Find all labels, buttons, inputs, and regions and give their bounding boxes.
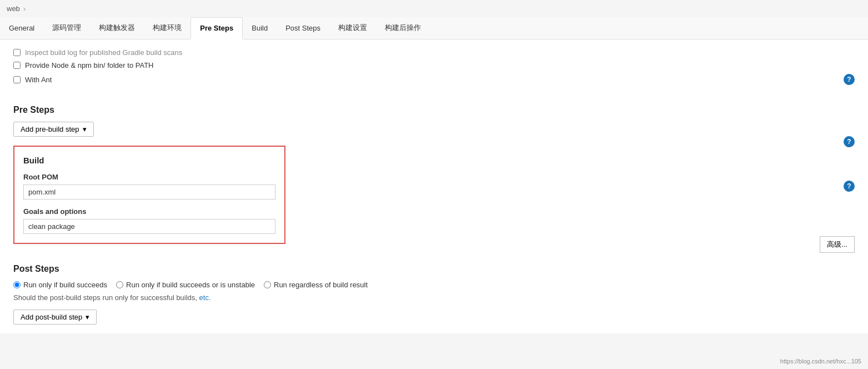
checkbox-node-npm-input[interactable] <box>13 62 21 69</box>
tab-source-management[interactable]: 源码管理 <box>43 17 90 39</box>
tab-build-settings[interactable]: 构建设置 <box>329 17 376 39</box>
checkbox-with-ant-input[interactable] <box>13 76 21 83</box>
add-post-build-step-button[interactable]: Add post-build step ▾ <box>13 310 97 325</box>
build-box: Build Root POM Goals and options <box>13 146 285 244</box>
checkbox-with-ant: With Ant ? <box>13 74 855 85</box>
pre-steps-title: Pre Steps <box>13 105 54 115</box>
add-pre-build-step-label: Add pre-build step <box>21 125 79 133</box>
tab-pre-steps[interactable]: Pre Steps <box>190 17 243 39</box>
radio-regardless-label: Run regardless of build result <box>274 281 368 289</box>
checkbox-gradle-scans: Inspect build log for published Gradle b… <box>13 48 855 57</box>
radio-build-succeeds-input[interactable] <box>13 281 21 288</box>
checkbox-with-ant-label: With Ant <box>25 76 52 84</box>
radio-build-succeeds-unstable[interactable]: Run only if build succeeds or is unstabl… <box>116 281 255 289</box>
breadcrumb: web › <box>0 0 868 17</box>
radio-regardless-input[interactable] <box>264 281 271 288</box>
tab-general[interactable]: General <box>0 17 43 39</box>
post-steps-radio-row: Run only if build succeeds Run only if b… <box>13 281 855 289</box>
main-container: General 源码管理 构建触发器 构建环境 Pre Steps Build … <box>0 17 868 333</box>
goals-input[interactable] <box>23 219 275 234</box>
radio-build-succeeds-unstable-label: Run only if build succeeds or is unstabl… <box>126 281 255 289</box>
post-steps-section: Post Steps Run only if build succeeds Ru… <box>13 264 855 325</box>
checkbox-node-npm-label: Provide Node & npm bin/ folder to PATH <box>25 61 153 69</box>
add-pre-build-step-arrow: ▾ <box>83 125 87 133</box>
add-post-build-step-label: Add post-build step <box>21 313 82 321</box>
advanced-btn-row: 高级... <box>13 236 855 253</box>
tab-post-build-actions[interactable]: 构建后操作 <box>376 17 430 39</box>
add-pre-build-step-button[interactable]: Add pre-build step ▾ <box>13 122 94 137</box>
checkbox-gradle-scans-input[interactable] <box>13 49 21 56</box>
post-steps-info: Should the post-build steps run only for… <box>13 293 855 302</box>
tab-build-triggers[interactable]: 构建触发器 <box>90 17 144 39</box>
breadcrumb-web[interactable]: web <box>7 4 20 13</box>
goals-help-icon[interactable]: ? <box>844 181 855 192</box>
goals-label: Goals and options <box>23 207 275 216</box>
root-pom-label: Root POM <box>23 173 275 181</box>
post-steps-info-link[interactable]: etc. <box>199 293 211 302</box>
post-steps-title: Post Steps <box>13 264 855 274</box>
radio-build-succeeds-unstable-input[interactable] <box>116 281 123 288</box>
checkbox-gradle-scans-label: Inspect build log for published Gradle b… <box>25 48 182 57</box>
breadcrumb-chevron: › <box>23 4 26 13</box>
radio-build-succeeds-label: Run only if build succeeds <box>23 281 107 289</box>
tab-post-steps[interactable]: Post Steps <box>277 17 329 39</box>
with-ant-help-icon[interactable]: ? <box>844 74 855 85</box>
radio-build-succeeds[interactable]: Run only if build succeeds <box>13 281 107 289</box>
add-post-build-step-arrow: ▾ <box>86 313 89 321</box>
build-box-title: Build <box>23 156 275 165</box>
root-pom-input[interactable] <box>23 184 275 200</box>
checkbox-node-npm: Provide Node & npm bin/ folder to PATH <box>13 61 855 69</box>
radio-regardless[interactable]: Run regardless of build result <box>264 281 368 289</box>
tab-build-env[interactable]: 构建环境 <box>144 17 190 39</box>
advanced-button[interactable]: 高级... <box>820 236 855 253</box>
root-pom-help-icon[interactable]: ? <box>844 136 855 147</box>
tabs-bar: General 源码管理 构建触发器 构建环境 Pre Steps Build … <box>0 17 868 39</box>
tab-build[interactable]: Build <box>243 17 277 39</box>
content-area: Inspect build log for published Gradle b… <box>0 39 868 333</box>
